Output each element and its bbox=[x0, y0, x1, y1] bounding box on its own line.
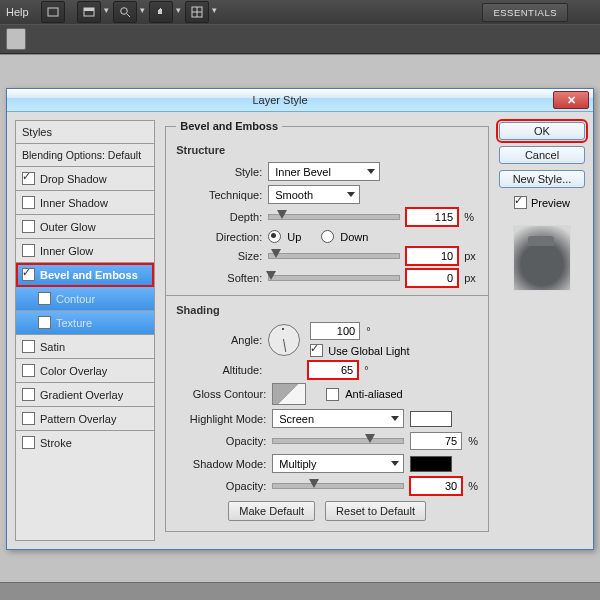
checkbox-icon[interactable] bbox=[22, 268, 35, 281]
list-item[interactable]: Inner Shadow bbox=[16, 191, 154, 215]
direction-down-radio[interactable] bbox=[321, 230, 334, 243]
shadow-mode-dropdown[interactable]: Multiply bbox=[272, 454, 404, 473]
toolbar-icon-grid[interactable] bbox=[185, 1, 209, 23]
list-item-label: Drop Shadow bbox=[40, 173, 107, 185]
blending-options-row[interactable]: Blending Options: Default bbox=[16, 144, 154, 167]
shadow-mode-label: Shadow Mode: bbox=[176, 458, 266, 470]
list-item-label: Color Overlay bbox=[40, 365, 107, 377]
styles-list: Styles Blending Options: Default Drop Sh… bbox=[15, 120, 155, 541]
gloss-contour-picker[interactable] bbox=[272, 383, 306, 405]
list-item-contour[interactable]: Contour bbox=[16, 287, 154, 311]
list-item-label: Pattern Overlay bbox=[40, 413, 116, 425]
styles-header[interactable]: Styles bbox=[16, 121, 154, 144]
angle-wheel[interactable] bbox=[268, 324, 300, 356]
shadow-mode-value: Multiply bbox=[279, 458, 316, 470]
use-global-checkbox[interactable] bbox=[310, 344, 323, 357]
chevron-down-icon bbox=[391, 461, 399, 466]
preview-label: Preview bbox=[531, 197, 570, 209]
size-label: Size: bbox=[176, 250, 262, 262]
list-item[interactable]: Satin bbox=[16, 335, 154, 359]
soften-unit: px bbox=[464, 272, 476, 284]
depth-slider[interactable] bbox=[268, 214, 400, 220]
direction-down-label: Down bbox=[340, 231, 368, 243]
list-item-label: Gradient Overlay bbox=[40, 389, 123, 401]
shadow-opacity-slider[interactable] bbox=[272, 483, 404, 489]
list-item[interactable]: Stroke bbox=[16, 431, 154, 454]
make-default-button[interactable]: Make Default bbox=[228, 501, 315, 521]
checkbox-icon[interactable] bbox=[22, 244, 35, 257]
toolbar-icon-2[interactable] bbox=[77, 1, 101, 23]
angle-input[interactable]: 100 bbox=[310, 322, 360, 340]
svg-rect-2 bbox=[84, 8, 94, 11]
opacity2-unit: % bbox=[468, 480, 478, 492]
antialias-checkbox[interactable] bbox=[326, 388, 339, 401]
preview-checkbox[interactable] bbox=[514, 196, 527, 209]
altitude-unit: ° bbox=[364, 364, 368, 376]
highlight-mode-dropdown[interactable]: Screen bbox=[272, 409, 404, 428]
direction-label: Direction: bbox=[176, 231, 262, 243]
chevron-down-icon bbox=[391, 416, 399, 421]
new-style-button[interactable]: New Style... bbox=[499, 170, 585, 188]
highlight-color-swatch[interactable] bbox=[410, 411, 452, 427]
altitude-input[interactable]: 65 bbox=[308, 361, 358, 379]
list-item-texture[interactable]: Texture bbox=[16, 311, 154, 335]
shadow-color-swatch[interactable] bbox=[410, 456, 452, 472]
chevron-down-icon bbox=[367, 169, 375, 174]
menu-help[interactable]: Help bbox=[6, 6, 29, 18]
list-item-bevel[interactable]: Bevel and Emboss bbox=[16, 263, 154, 287]
size-slider[interactable] bbox=[268, 253, 400, 259]
bevel-fieldset: Bevel and Emboss Structure Style: Inner … bbox=[165, 120, 489, 532]
checkbox-icon[interactable] bbox=[22, 436, 35, 449]
depth-input[interactable]: 115 bbox=[406, 208, 458, 226]
style-dropdown[interactable]: Inner Bevel bbox=[268, 162, 380, 181]
optionbar-handle-icon[interactable] bbox=[6, 28, 26, 50]
list-item-label: Contour bbox=[56, 293, 95, 305]
list-item[interactable]: Outer Glow bbox=[16, 215, 154, 239]
workspace-switcher[interactable]: ESSENTIALS bbox=[482, 3, 568, 22]
chevron-down-icon bbox=[347, 192, 355, 197]
depth-label: Depth: bbox=[176, 211, 262, 223]
close-button[interactable]: ✕ bbox=[553, 91, 589, 109]
dialog-right-column: OK Cancel New Style... Preview bbox=[499, 120, 585, 541]
cancel-button[interactable]: Cancel bbox=[499, 146, 585, 164]
checkbox-icon[interactable] bbox=[38, 292, 51, 305]
highlight-opacity-slider[interactable] bbox=[272, 438, 404, 444]
checkbox-icon[interactable] bbox=[22, 172, 35, 185]
list-item[interactable]: Pattern Overlay bbox=[16, 407, 154, 431]
checkbox-icon[interactable] bbox=[22, 412, 35, 425]
list-item[interactable]: Drop Shadow bbox=[16, 167, 154, 191]
list-item[interactable]: Inner Glow bbox=[16, 239, 154, 263]
svg-line-4 bbox=[127, 14, 130, 17]
list-item[interactable]: Color Overlay bbox=[16, 359, 154, 383]
toolbar-icon-hand[interactable] bbox=[149, 1, 173, 23]
soften-slider[interactable] bbox=[268, 275, 400, 281]
checkbox-icon[interactable] bbox=[38, 316, 51, 329]
toolbar-icon-1[interactable] bbox=[41, 1, 65, 23]
options-panel: Bevel and Emboss Structure Style: Inner … bbox=[165, 120, 489, 541]
technique-dropdown[interactable]: Smooth bbox=[268, 185, 360, 204]
list-item[interactable]: Gradient Overlay bbox=[16, 383, 154, 407]
checkbox-icon[interactable] bbox=[22, 364, 35, 377]
svg-rect-0 bbox=[48, 8, 58, 16]
dialog-titlebar[interactable]: Layer Style ✕ bbox=[7, 89, 593, 112]
shadow-opacity-input[interactable]: 30 bbox=[410, 477, 462, 495]
toolbar-icon-zoom[interactable] bbox=[113, 1, 137, 23]
angle-unit: ° bbox=[366, 325, 370, 337]
app-menubar: Help ESSENTIALS bbox=[0, 0, 600, 24]
checkbox-icon[interactable] bbox=[22, 340, 35, 353]
soften-label: Soften: bbox=[176, 272, 262, 284]
checkbox-icon[interactable] bbox=[22, 196, 35, 209]
layer-style-dialog: Layer Style ✕ Styles Blending Options: D… bbox=[6, 88, 594, 550]
checkbox-icon[interactable] bbox=[22, 388, 35, 401]
soften-input[interactable]: 0 bbox=[406, 269, 458, 287]
ok-button[interactable]: OK bbox=[499, 122, 585, 140]
list-item-label: Bevel and Emboss bbox=[40, 269, 138, 281]
structure-heading: Structure bbox=[176, 144, 478, 156]
highlight-opacity-input[interactable]: 75 bbox=[410, 432, 462, 450]
size-input[interactable]: 10 bbox=[406, 247, 458, 265]
list-item-label: Inner Glow bbox=[40, 245, 93, 257]
list-item-label: Texture bbox=[56, 317, 92, 329]
checkbox-icon[interactable] bbox=[22, 220, 35, 233]
reset-default-button[interactable]: Reset to Default bbox=[325, 501, 426, 521]
direction-up-radio[interactable] bbox=[268, 230, 281, 243]
